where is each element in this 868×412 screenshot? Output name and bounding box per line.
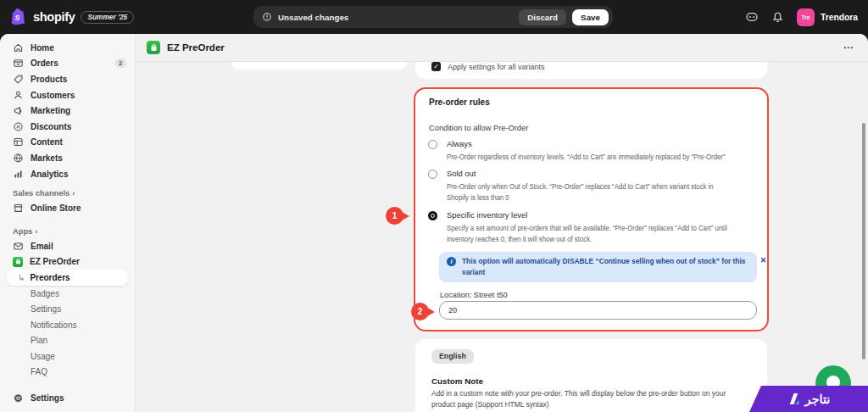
sidebar-item-orders[interactable]: Orders 2 [0,56,135,72]
sidebar-item-products[interactable]: Products [0,71,135,87]
storefront-icon [13,203,24,214]
sidebar-item-analytics[interactable]: Analytics [0,166,135,182]
info-banner-text: This option will automatically DISABLE “… [462,256,745,282]
close-icon[interactable]: ✕ [760,256,767,282]
sidebar-item-settings[interactable]: ⚙ Settings [0,390,135,406]
sidebar-item-online-store[interactable]: Online Store [0,200,135,216]
apply-settings-checkbox[interactable]: ✓ [431,62,441,71]
radio-always-desc: Pre-Order regardless of inventory levels… [447,152,726,163]
preorder-rules-card: Pre-order rules Condition to allow Pre-O… [414,87,769,331]
sidebar-subitem-usage[interactable]: Usage [0,348,135,365]
location-label: Location: Street t50 [440,291,508,299]
sidebar-item-label: Discounts [31,122,71,131]
shopify-bag-icon: S [10,8,27,26]
radio-always-label: Always [447,139,472,148]
markets-icon [13,153,24,164]
discounts-icon [13,121,24,132]
sidebar-item-home[interactable]: Home [0,40,135,56]
sidebar-item-label: Usage [31,352,55,361]
sidebar-item-label: Orders [31,58,58,68]
sidebar-subitem-faq[interactable]: FAQ [0,365,135,381]
notifications-bell-icon[interactable] [771,11,784,24]
annotation-marker-2: 2 [411,303,429,320]
sidebar-item-email[interactable]: Email [0,238,135,254]
card-title: Pre-order rules [429,97,490,107]
marketing-icon [13,105,24,116]
sidebar: Home Orders 2 Products Customers M [0,34,136,412]
sidebar-item-ez-preorder[interactable]: EZ PreOrder [0,254,135,270]
save-button[interactable]: Save [572,9,609,25]
sidebar-item-label: Badges [31,289,59,298]
products-icon [13,74,24,85]
sidebar-item-label: Notifications [31,320,76,330]
ez-preorder-app-icon [147,41,160,54]
account-menu[interactable]: Tre Trendora [797,8,858,26]
chevron-right-icon: › [35,227,37,236]
analytics-icon [13,169,24,180]
unsaved-changes-bar: Unsaved changes Discard Save [253,6,613,28]
sidebar-subitem-plan[interactable]: Plan [0,333,135,349]
radio-specific-inventory-level[interactable] [428,211,437,220]
radio-always[interactable] [428,140,437,149]
admin-shell: Home Orders 2 Products Customers M [0,34,868,412]
sidebar-item-label: Preorders [30,273,70,282]
section-label: Sales channels [13,189,70,198]
topbar-right: Tre Trendora [745,0,858,34]
page-title: EZ PreOrder [167,42,225,53]
sidebar-item-label: Settings [31,304,61,314]
sidebar-item-content[interactable]: Content [0,135,135,151]
orders-icon [13,58,24,69]
apply-settings-card: ✓ Apply settings for all variants [415,62,767,79]
watermark-logo-icon [787,393,800,405]
sidebar-item-label: Plan [31,336,47,345]
annotation-marker-1: 1 [386,207,403,225]
radio-sold-out-label: Sold out [447,169,476,178]
sidebar-item-markets[interactable]: Markets [0,150,135,166]
scrollbar[interactable] [862,123,865,359]
inventory-level-input[interactable] [439,301,757,320]
sidebar-item-label: Content [31,137,63,147]
sidebar-section-apps[interactable]: Apps › [0,225,135,238]
content-icon [13,136,24,148]
discard-button[interactable]: Discard [519,9,566,25]
info-icon: i [447,257,456,266]
sidebar-subitem-badges[interactable]: Badges [0,286,135,302]
home-icon [13,42,24,53]
watermark-text: نتاجر [805,393,831,406]
sidebar-item-customers[interactable]: Customers [0,87,135,103]
sidebar-section-sales-channels[interactable]: Sales channels › [0,187,135,200]
sidebar-item-label: Settings [31,393,64,403]
sidebar-item-label: Home [31,43,54,53]
sidebar-item-label: Analytics [31,170,68,179]
sidebar-item-discounts[interactable]: Discounts [0,119,135,135]
sidebar-item-label: EZ PreOrder [30,257,80,266]
sidebar-item-label: FAQ [31,367,47,376]
topbar: S shopify Summer '25 Unsaved changes Dis… [0,0,868,34]
sidebar-subitem-notifications[interactable]: Notifications [0,317,135,333]
shopify-wordmark: shopify [33,10,75,24]
ez-preorder-app-icon [13,257,23,267]
sidekick-icon[interactable] [745,10,759,24]
sub-arrow-icon: ↳ [18,273,25,282]
radio-specific-desc: Specify a set amount of pre-orders that … [447,223,727,245]
alert-icon [262,12,272,22]
sidebar-subitem-settings[interactable]: Settings [0,301,135,317]
apply-settings-label: Apply settings for all variants [448,62,545,71]
more-actions-button[interactable]: ⋯ [843,42,855,53]
language-tab-english[interactable]: English [431,349,474,364]
radio-sold-out[interactable] [428,170,437,179]
custom-note-desc: Add in a custom note with your pre-order… [431,388,738,411]
email-icon [13,241,24,252]
custom-note-card: English Custom Note Add in a custom note… [415,339,767,412]
radio-sold-out-desc: Pre-Order only when Out of Stock. “Pre-O… [447,181,714,203]
avatar: Tre [797,8,815,26]
edition-badge: Summer '25 [81,11,134,24]
sidebar-subitem-preorders[interactable]: ↳ Preorders [7,270,128,286]
app-page-header: EZ PreOrder ⋯ [136,34,868,62]
info-banner: i This option will automatically DISABLE… [439,252,757,282]
sidebar-item-label: Customers [31,91,75,100]
watermark-banner: نتاجر [749,386,868,412]
sidebar-item-marketing[interactable]: Marketing [0,103,135,119]
chevron-right-icon: › [72,189,75,198]
sidebar-item-label: Online Store [31,203,81,213]
